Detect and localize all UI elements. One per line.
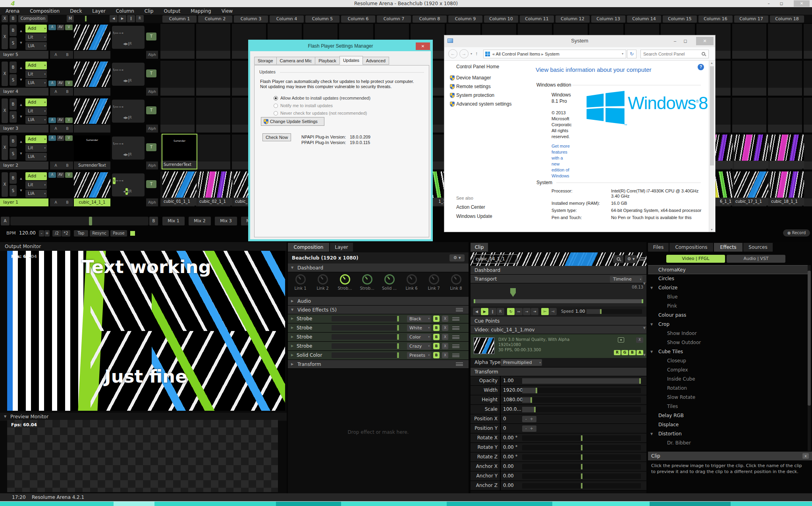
comp-m-button[interactable]: M (67, 15, 74, 22)
resync-icon[interactable]: R (129, 151, 132, 158)
layer-bypass-button[interactable]: B (10, 98, 17, 110)
clip-cell-cubic18[interactable]: cubic_18_1_1 (770, 171, 804, 206)
lia-dropdown[interactable]: LIA▾ (25, 42, 47, 50)
dashboard-knob[interactable]: Strob... (336, 274, 355, 297)
mix-button[interactable]: Mix 2 (189, 217, 211, 225)
play-once-icon[interactable]: ⇥ (121, 177, 123, 184)
tab-clip[interactable]: Clip (471, 243, 488, 252)
radio-option[interactable]: Notify me to install updates (274, 103, 438, 109)
radio-icon[interactable] (274, 111, 278, 115)
mix-button[interactable]: Mix 3 (215, 217, 237, 225)
tab-files[interactable]: Files (648, 243, 669, 252)
loop-icon[interactable]: ↻ (113, 177, 116, 184)
transform-header[interactable]: ▶Transform (288, 360, 469, 369)
effect-tree-item[interactable]: ▼ Distortion (648, 429, 809, 439)
blend-mode-dropdown[interactable]: Add▾ (25, 135, 47, 143)
check-now-button[interactable]: Check Now (262, 133, 291, 141)
comp-play-button[interactable]: ▶ (118, 15, 126, 22)
drag-handle-icon[interactable] (452, 335, 459, 339)
layer-clip-preview[interactable] (74, 98, 110, 124)
parameter-value[interactable]: 100.0... (503, 405, 521, 414)
column-header[interactable]: Column 2 (198, 15, 232, 23)
lit-dropdown[interactable]: Lit▾ (25, 33, 47, 41)
parameter-stepper[interactable]: -+ (522, 416, 536, 422)
parameter-value[interactable]: 0.00 (503, 471, 514, 481)
blend-mode-dropdown[interactable]: Add▾ (25, 98, 47, 106)
bypass-button[interactable]: B (433, 352, 440, 358)
nav-item[interactable]: Advanced system settings (450, 101, 511, 107)
video-thumbnail[interactable] (474, 337, 494, 354)
video-trigger-button[interactable]: V (65, 81, 73, 86)
loop-icon[interactable]: ↻ (113, 140, 116, 147)
menu-item[interactable]: Output (164, 8, 180, 14)
menu-item[interactable]: Layer (92, 8, 105, 14)
effect-tree-item[interactable]: ▼ Blue (648, 292, 809, 302)
effect-preset-dropdown[interactable]: Color▾ (407, 334, 431, 341)
play-once-icon[interactable]: → (523, 308, 530, 315)
scrollbar-thumb[interactable] (808, 271, 811, 406)
close-icon[interactable]: x (802, 453, 809, 459)
layer-name[interactable]: layer 3 (0, 125, 48, 133)
parameter-value[interactable]: 1.00 (503, 376, 514, 385)
nav-control-panel-home[interactable]: Control Panel Home (456, 64, 499, 69)
parameter-slider[interactable] (522, 473, 641, 479)
expand-icon[interactable]: ▼ (650, 429, 653, 439)
resync-icon[interactable]: R (129, 40, 132, 47)
radio-option[interactable]: Allow Adobe to install updates (recommen… (274, 96, 438, 101)
forward-icon[interactable]: → (118, 104, 121, 110)
layer-active-clip-name[interactable] (74, 125, 110, 133)
transition-button[interactable]: T (146, 106, 156, 114)
clip-cell-surrendertext[interactable]: Surrender SurrenderText (162, 135, 197, 169)
audio-header[interactable]: ▶Audio (288, 297, 469, 306)
clip-transform-header[interactable]: Transform (471, 367, 646, 376)
close-button[interactable]: ✕ (794, 0, 810, 7)
back-icon[interactable]: ← (448, 49, 457, 58)
bypass-button[interactable]: B (433, 316, 440, 322)
layer-clear-button[interactable]: X (2, 62, 8, 86)
layer-down-icon[interactable]: ▼ (18, 185, 24, 196)
layer-solo-button[interactable]: S (10, 185, 17, 196)
forward-icon[interactable]: → (118, 177, 121, 184)
dashboard-knob[interactable]: Link 2 (313, 274, 332, 297)
effect-tree-item[interactable]: ▼ Slow Rotate (648, 393, 809, 402)
knob-icon[interactable] (384, 274, 395, 285)
lia-dropdown[interactable]: LIA▾ (25, 153, 47, 161)
parameter-value[interactable]: 0 (503, 414, 506, 423)
parameter-value[interactable]: 0.00 ° (503, 433, 518, 443)
collapse-icon[interactable]: ▼ (643, 353, 646, 357)
crossfader-handle[interactable] (89, 217, 92, 225)
av-trigger-button[interactable]: AV (57, 135, 64, 141)
knob-icon[interactable] (451, 274, 461, 285)
layer-up-icon[interactable]: ▲ (18, 136, 24, 147)
column-header[interactable]: Column 5 (305, 15, 339, 23)
layer-up-icon[interactable]: ▲ (18, 62, 24, 73)
bpm-value[interactable]: 120.00 (19, 230, 36, 236)
effect-tree-item[interactable]: ▼ Rotation (648, 384, 809, 393)
dashboard-knob[interactable]: Link 6 (402, 274, 421, 297)
layer-down-icon[interactable]: ▼ (18, 37, 24, 48)
layer-name[interactable]: layer 1 (0, 198, 48, 206)
lit-dropdown[interactable]: Lit▾ (25, 107, 47, 115)
bypass-button[interactable]: B (433, 334, 440, 340)
effect-tree-item[interactable]: ▼ Colour pass (648, 311, 809, 320)
column-header[interactable]: Column 8 (413, 15, 447, 23)
resync-icon[interactable]: R (497, 308, 504, 315)
dashboard-knob[interactable]: Link 1 (291, 274, 310, 297)
play-once-icon[interactable]: ⇥ (121, 30, 123, 37)
pause-button[interactable]: Pause (110, 230, 127, 237)
resync-button[interactable]: Resync (90, 230, 109, 237)
bpm-increase-button[interactable]: + (44, 230, 50, 237)
column-header[interactable]: Column 9 (448, 15, 482, 23)
gear-icon[interactable]: ⚙ ▾ (625, 255, 637, 263)
layer-clip-preview[interactable] (74, 25, 110, 50)
effect-tree-item[interactable]: ▼ Displace (648, 420, 809, 429)
parameter-value[interactable]: 1080.00 (503, 395, 523, 404)
layer-name[interactable]: layer 2 (0, 162, 48, 169)
forward-icon[interactable]: → (118, 30, 121, 37)
av-trigger-button[interactable]: AV (57, 81, 64, 86)
column-header[interactable]: Column 14 (627, 15, 661, 23)
composition-button[interactable]: Composition (18, 15, 48, 22)
layer-active-clip-name[interactable] (74, 51, 110, 59)
flash-tab[interactable]: Updates (339, 56, 363, 65)
effect-row[interactable]: ▶ Strobe White▾ B X (288, 323, 469, 333)
